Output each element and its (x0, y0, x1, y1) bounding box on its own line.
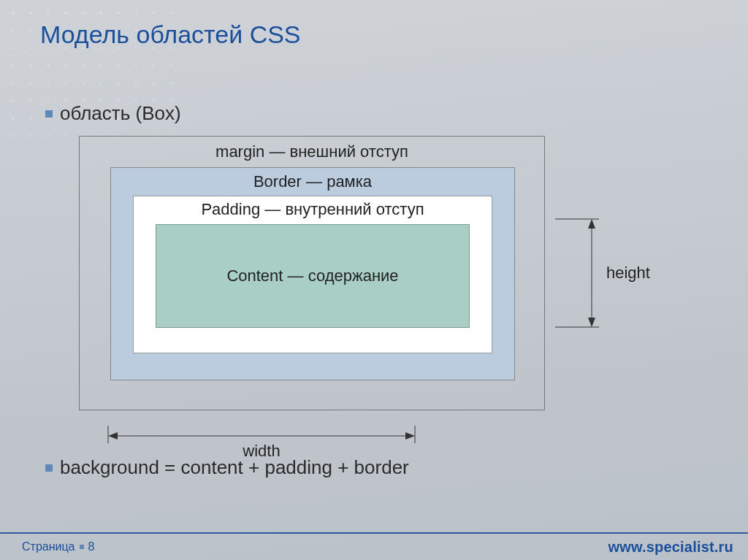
width-arrow-icon (107, 426, 416, 455)
svg-marker-9 (588, 318, 595, 327)
border-label: Border — рамка (111, 172, 514, 191)
margin-box: margin — внешний отступ Border — рамка P… (79, 136, 545, 410)
box-model-diagram: margin — внешний отступ Border — рамка P… (79, 136, 546, 412)
content-label: Content — содержание (156, 266, 469, 285)
margin-label: margin — внешний отступ (80, 142, 544, 161)
svg-marker-8 (588, 219, 595, 229)
footer-separator-icon (80, 545, 84, 549)
svg-marker-4 (405, 432, 415, 440)
height-arrow-icon (555, 218, 606, 328)
padding-label: Padding — внутренний отступ (134, 200, 492, 219)
footer-page-word: Страница (22, 540, 75, 553)
footer-page-number: 8 (88, 540, 95, 553)
slide-title: Модель областей CSS (40, 20, 301, 49)
footer-site: www.specialist.ru (608, 539, 733, 556)
bullet-square-icon (45, 110, 53, 118)
bullet-background-text: background = content + padding + border (60, 456, 409, 479)
border-box: Border — рамка Padding — внутренний отст… (110, 167, 515, 380)
bullet-box-text: область (Box) (60, 102, 181, 125)
padding-box: Padding — внутренний отступ Content — со… (133, 196, 492, 353)
slide-footer: Страница 8 www.specialist.ru (0, 532, 748, 560)
footer-page: Страница 8 (22, 540, 94, 553)
height-label: height (606, 264, 650, 283)
height-dimension: height (555, 218, 661, 328)
bullet-square-icon (45, 464, 53, 472)
bullet-background: background = content + padding + border (45, 456, 409, 479)
bullet-box: область (Box) (45, 102, 181, 125)
svg-marker-3 (108, 432, 118, 440)
content-box: Content — содержание (156, 224, 470, 328)
